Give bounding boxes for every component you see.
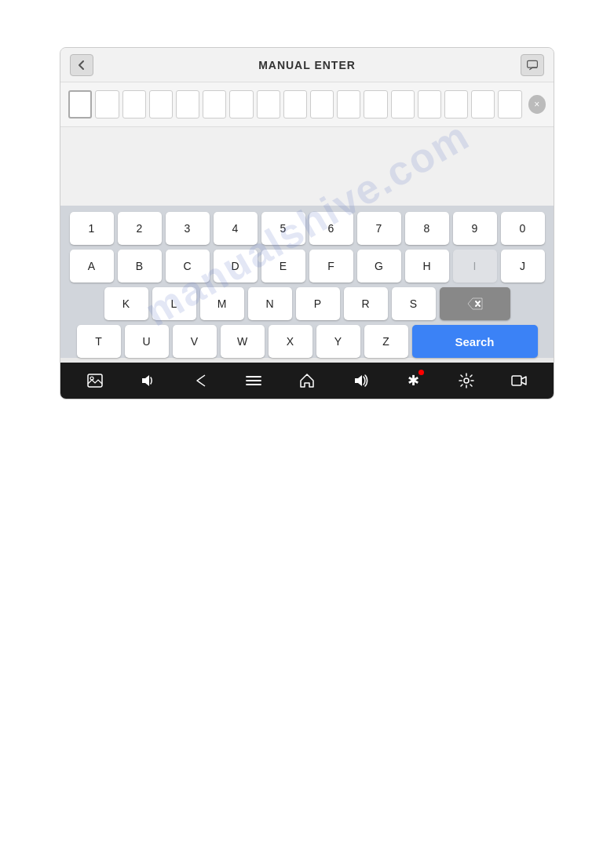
key-row-aj: A B C D E F G H I J (65, 250, 549, 283)
key-8[interactable]: 8 (405, 212, 449, 245)
char-cell-15[interactable] (471, 90, 495, 119)
key-1[interactable]: 1 (70, 212, 114, 245)
video-icon (511, 374, 527, 387)
svg-point-6 (464, 378, 469, 383)
key-k[interactable]: K (104, 287, 148, 320)
backspace-icon (467, 297, 483, 310)
page-title: MANUAL ENTER (258, 59, 356, 71)
key-row-tz: T U V W X Y Z Search (65, 325, 549, 358)
input-area: × (60, 82, 554, 127)
key-y[interactable]: Y (316, 325, 360, 358)
char-cell-2[interactable] (122, 90, 146, 119)
search-button[interactable]: Search (412, 325, 538, 358)
keyboard: 1 2 3 4 5 6 7 8 9 0 A B C D E F G H I J … (60, 206, 554, 358)
key-3[interactable]: 3 (166, 212, 210, 245)
key-t[interactable]: T (77, 325, 121, 358)
nav-bar: ✱ (60, 363, 554, 399)
key-4[interactable]: 4 (214, 212, 258, 245)
device-frame: manualshive.com MANUAL ENTER (60, 47, 554, 399)
key-g[interactable]: G (357, 250, 401, 283)
char-cell-11[interactable] (364, 90, 387, 119)
image-icon (87, 374, 103, 388)
char-cell-4[interactable] (176, 90, 199, 119)
settings-nav-icon[interactable] (452, 367, 481, 395)
key-a[interactable]: A (70, 250, 114, 283)
key-h[interactable]: H (405, 250, 449, 283)
char-cell-9[interactable] (310, 90, 334, 119)
home-nav-icon[interactable] (293, 367, 321, 395)
back-button[interactable] (70, 54, 93, 76)
hamburger-icon (246, 375, 261, 386)
bluetooth-badge (418, 370, 424, 375)
char-cell-6[interactable] (229, 90, 253, 119)
char-cell-1[interactable] (95, 90, 119, 119)
key-5[interactable]: 5 (261, 212, 305, 245)
volume-up-icon (353, 374, 368, 388)
svg-rect-1 (88, 374, 102, 387)
char-cell-16[interactable] (498, 90, 521, 119)
key-r[interactable]: R (344, 287, 388, 320)
svg-rect-0 (528, 60, 538, 67)
key-m[interactable]: M (200, 287, 244, 320)
key-i[interactable]: I (453, 250, 497, 283)
key-c[interactable]: C (166, 250, 210, 283)
key-l[interactable]: L (152, 287, 196, 320)
key-6[interactable]: 6 (309, 212, 353, 245)
back-triangle-icon (195, 374, 207, 388)
char-cell-0[interactable] (68, 90, 92, 119)
content-area (60, 127, 554, 206)
volume-down-nav-icon[interactable] (133, 367, 162, 395)
key-e[interactable]: E (261, 250, 305, 283)
volume-up-nav-icon[interactable] (346, 367, 375, 395)
char-cell-14[interactable] (444, 90, 468, 119)
back-arrow-icon (75, 59, 88, 71)
home-icon (299, 373, 315, 388)
back-nav-icon[interactable] (187, 367, 215, 395)
char-cell-5[interactable] (203, 90, 226, 119)
settings-icon (459, 373, 474, 388)
key-f[interactable]: F (309, 250, 353, 283)
char-cell-10[interactable] (337, 90, 360, 119)
key-w[interactable]: W (221, 325, 265, 358)
svg-rect-7 (512, 376, 521, 385)
title-bar: MANUAL ENTER (60, 48, 554, 82)
key-0[interactable]: 0 (501, 212, 545, 245)
key-7[interactable]: 7 (357, 212, 401, 245)
backspace-button[interactable] (440, 287, 510, 320)
key-v[interactable]: V (173, 325, 217, 358)
key-p[interactable]: P (296, 287, 340, 320)
key-z[interactable]: Z (364, 325, 408, 358)
message-icon (526, 59, 539, 71)
char-cell-13[interactable] (418, 90, 441, 119)
key-b[interactable]: B (118, 250, 162, 283)
image-nav-icon[interactable] (81, 367, 109, 395)
key-s[interactable]: S (392, 287, 436, 320)
char-cell-7[interactable] (257, 90, 280, 119)
volume-down-icon (140, 374, 155, 388)
char-cell-12[interactable] (391, 90, 415, 119)
bluetooth-nav-icon[interactable]: ✱ (399, 367, 427, 395)
key-row-ks: K L M N P R S (65, 287, 549, 320)
video-nav-icon[interactable] (505, 367, 533, 395)
key-x[interactable]: X (269, 325, 312, 358)
key-d[interactable]: D (214, 250, 258, 283)
char-cell-3[interactable] (149, 90, 173, 119)
key-n[interactable]: N (248, 287, 292, 320)
key-j[interactable]: J (501, 250, 545, 283)
key-2[interactable]: 2 (118, 212, 162, 245)
key-row-numbers: 1 2 3 4 5 6 7 8 9 0 (65, 212, 549, 245)
clear-button[interactable]: × (528, 95, 546, 114)
bluetooth-icon: ✱ (408, 372, 419, 389)
menu-nav-icon[interactable] (239, 367, 268, 395)
key-u[interactable]: U (125, 325, 169, 358)
key-9[interactable]: 9 (453, 212, 497, 245)
char-cell-8[interactable] (283, 90, 307, 119)
message-button[interactable] (521, 54, 544, 76)
